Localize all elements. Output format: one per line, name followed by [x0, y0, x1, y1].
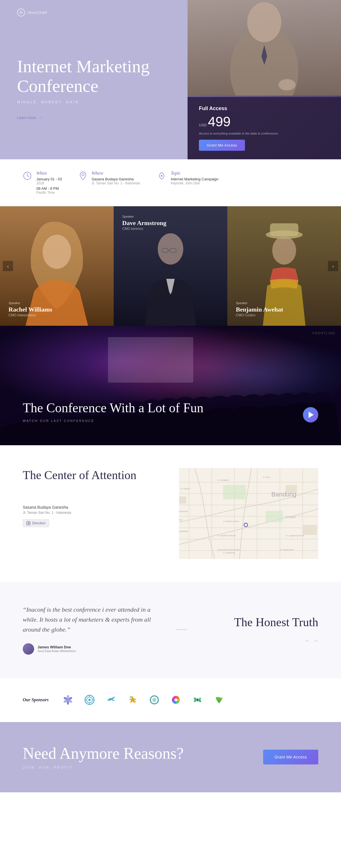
- cta-title: Need Anymore Reasons?: [23, 745, 183, 763]
- svg-text:Jl. Pasirkaliki: Jl. Pasirkaliki: [179, 530, 188, 533]
- svg-text:Jl. Tonjol Sari: Jl. Tonjol Sari: [280, 549, 294, 551]
- topic-name: Internet Marketing Campaign: [171, 177, 218, 181]
- logo-text: INACONF: [27, 10, 48, 15]
- svg-point-65: [67, 701, 69, 705]
- play-icon: [309, 412, 314, 418]
- svg-point-18: [272, 236, 296, 265]
- sponsor-logo-4: [149, 695, 160, 705]
- speaker-company-2: CMO Coolco: [236, 313, 283, 317]
- svg-rect-25: [179, 468, 318, 559]
- svg-point-2: [247, 2, 281, 42]
- speaker-prev-button[interactable]: ‹: [3, 261, 13, 271]
- when-time: 08 AM - 8 PM: [36, 186, 62, 191]
- speaker-role-0: Speaker: [8, 301, 52, 305]
- where-label: Where: [92, 171, 140, 176]
- svg-text:Jl. Kabon: Jl. Kabon: [180, 487, 190, 490]
- info-topic: Topic Internet Marketing Campaign Keynot…: [157, 171, 218, 195]
- attention-title: The Center of Attention: [23, 468, 162, 482]
- speaker-role-1: Speaker: [122, 215, 166, 218]
- testimonial-right: The Honest Truth ← →: [210, 615, 318, 644]
- svg-text:1 Langkong: 1 Langkong: [223, 551, 235, 554]
- testimonial-divider: [176, 629, 187, 630]
- author-name: James William Doe: [37, 645, 76, 649]
- video-content: The Conference With a Lot of Fun WATCH O…: [23, 400, 203, 423]
- hero-subtitle: MINGLE. MARKET. GAIN: [17, 100, 170, 104]
- speaker-name-0: Rachel Williams: [8, 306, 52, 313]
- sponsor-logo-2: [106, 695, 116, 705]
- venue-address: Jl. Taman Sari No. 1 - Indonesia: [23, 511, 162, 515]
- speakers-section: Speaker Rachel Williams CMO Awesomeco ‹: [0, 206, 341, 326]
- speaker-info-2: Speaker Benjamin Awehat CMO Coolco: [236, 301, 283, 317]
- testimonial-next-button[interactable]: →: [313, 638, 318, 644]
- topic-label: Topic: [171, 171, 218, 176]
- hero-image: Full Access USD 499 Access to everything…: [187, 0, 341, 159]
- clock-icon: [23, 171, 32, 182]
- video-title: The Conference With a Lot of Fun: [23, 400, 203, 416]
- price-number: 499: [208, 114, 231, 129]
- svg-point-7: [161, 175, 163, 177]
- location-icon: [79, 171, 87, 182]
- speaker-name-1: Dave Armstrong: [122, 219, 166, 227]
- when-year: 2018: [36, 181, 62, 185]
- svg-point-75: [197, 698, 198, 702]
- when-zone: Pacific Time: [36, 191, 62, 195]
- svg-text:Jl. Yani: Jl. Yani: [263, 476, 270, 478]
- sponsor-logo-6: [193, 695, 203, 705]
- svg-rect-41: [179, 496, 186, 503]
- video-subtitle: WATCH OUR LAST CONFERENCE: [23, 419, 203, 423]
- svg-text:Jl. Sudah Gemma: Jl. Sudah Gemma: [217, 534, 236, 537]
- speaker-name-2: Benjamin Awehat: [236, 306, 283, 313]
- speaker-next-button[interactable]: ›: [328, 261, 338, 271]
- svg-point-72: [135, 701, 136, 702]
- testimonial-author: James William Doe Soul East Asian Market…: [23, 643, 153, 655]
- svg-rect-40: [266, 511, 283, 522]
- hero-right: Full Access USD 499 Access to everything…: [187, 0, 341, 159]
- when-label: When: [36, 171, 62, 176]
- hero-left: INACONF Internet Marketing Conference MI…: [0, 0, 187, 159]
- speaker-info-1: Speaker Dave Armstrong CMO kerenco: [122, 215, 166, 317]
- speaker-info-0: Speaker Rachel Williams CMO Awesomeco: [8, 301, 52, 317]
- price-description: Access to everything available in the ta…: [199, 132, 330, 135]
- hero-title: Internet Marketing Conference: [17, 57, 170, 95]
- where-address: Jl. Taman Sari No. 1 - Indonesia: [92, 181, 140, 185]
- speaker-role-2: Speaker: [236, 301, 283, 305]
- video-section: FRONTLINE The Conference With a Lot of F…: [0, 326, 341, 445]
- sponsor-logo-0: [63, 695, 73, 705]
- grant-access-button-footer[interactable]: Grant Me Access: [263, 750, 318, 765]
- speaker-card-1: Speaker Dave Armstrong CMO kerenco: [114, 206, 227, 326]
- svg-rect-39: [223, 485, 246, 499]
- svg-point-74: [174, 699, 177, 701]
- testimonial-section: “Inaconf is the best conference i ever a…: [0, 582, 341, 677]
- svg-text:Jl. Rajah Asri: Jl. Rajah Asri: [179, 519, 182, 521]
- topic-icon: [157, 171, 166, 182]
- grant-access-button-hero[interactable]: Grant Me Access: [199, 140, 245, 151]
- speaker-company-0: CMO Awesomeco: [8, 313, 52, 317]
- info-where: Where Sasana Budaya Ganesha Jl. Taman Sa…: [79, 171, 140, 195]
- direction-button[interactable]: Direction: [23, 519, 49, 527]
- topic-speaker: Keynote: John Doe: [171, 181, 218, 185]
- frontline-badge: FRONTLINE: [313, 332, 335, 335]
- sponsor-logo-1: [84, 695, 95, 705]
- play-button[interactable]: [303, 407, 318, 423]
- author-avatar: [23, 643, 34, 655]
- where-venue: Sasana Budaya Ganesha: [92, 177, 140, 181]
- price-card: Full Access USD 499 Access to everything…: [187, 97, 341, 159]
- testimonial-heading: The Honest Truth: [210, 615, 318, 629]
- svg-point-62: [67, 695, 69, 699]
- testimonial-prev-button[interactable]: ←: [305, 638, 310, 644]
- info-strip: When January 01 - 03 2018 08 AM - 8 PM P…: [0, 159, 341, 206]
- cta-content: Need Anymore Reasons? JOIN. FUN. PROFIT: [23, 745, 183, 770]
- cta-footer: Need Anymore Reasons? JOIN. FUN. PROFIT …: [0, 722, 341, 793]
- svg-text:Universitas Pasundan: Universitas Pasundan: [217, 549, 240, 551]
- svg-point-71: [130, 696, 132, 698]
- svg-point-60: [245, 524, 247, 526]
- svg-point-4: [278, 79, 296, 90]
- testimonial-left: “Inaconf is the best conference i ever a…: [23, 604, 153, 655]
- attention-section: The Center of Attention Sasana Budaya Ga…: [0, 445, 341, 582]
- svg-point-6: [82, 174, 84, 176]
- learn-more-button[interactable]: Learn more →: [17, 116, 170, 120]
- info-when: When January 01 - 03 2018 08 AM - 8 PM P…: [23, 171, 62, 195]
- price-amount: USD 499: [199, 114, 330, 129]
- currency: USD: [199, 123, 207, 127]
- svg-rect-43: [303, 525, 317, 535]
